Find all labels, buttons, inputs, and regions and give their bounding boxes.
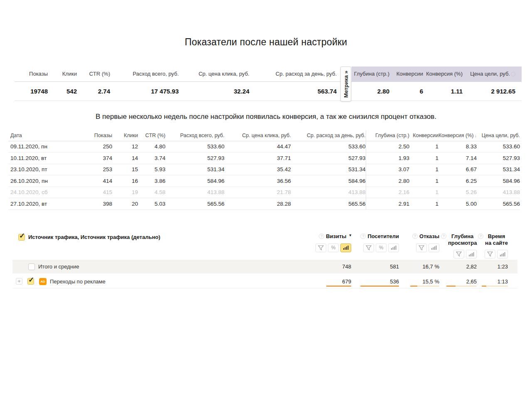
filter-icon[interactable]	[363, 244, 374, 252]
cell: 531.34	[291, 164, 366, 175]
help-question-icon[interactable]: ?	[441, 234, 446, 239]
cell: 565.56	[165, 198, 224, 210]
ads-depth: 2,65	[439, 275, 477, 288]
metrika-tab[interactable]: Метрика »	[340, 66, 351, 101]
histogram-bar	[446, 285, 477, 287]
table-row: 26.10.2020, пн 414 16 3.86 584.96 36.56 …	[8, 175, 520, 187]
cell: 19	[112, 187, 138, 198]
metric-header-visitors[interactable]: ? Посетители	[360, 233, 399, 240]
col-header-avg-cpc[interactable]: Ср. цена клика, руб.	[179, 66, 249, 81]
cell: 37.71	[224, 153, 291, 164]
summary-total-cost-value: 17 475.93	[110, 81, 179, 101]
metric-column-depth: ? Глубина просмотра	[439, 230, 477, 258]
value: 2,65	[466, 278, 477, 285]
cell: 2.50	[366, 141, 409, 153]
cell: 398	[85, 198, 112, 210]
cell-date: 23.10.2020, пт	[8, 164, 85, 175]
col-header-shows[interactable]: Показы	[15, 66, 48, 81]
col-header-avg-cpc[interactable]: Ср. цена клика, руб.	[224, 130, 291, 141]
col-header-ctr[interactable]: CTR (%)	[77, 66, 110, 81]
help-question-icon[interactable]: ?	[412, 234, 418, 239]
summary-shows-value: 19748	[15, 81, 48, 101]
table-row: 23.10.2020, пт 253 15 5.93 531.34 35.42 …	[8, 164, 520, 175]
value: 679	[342, 278, 351, 285]
col-header-conversion-rate[interactable]: Конверсия (%)	[423, 66, 463, 81]
ads-visitors: 536	[351, 275, 399, 288]
col-header-clicks[interactable]: Клики	[48, 66, 77, 81]
col-header-conversions[interactable]: Конверсии	[409, 130, 438, 141]
chart-icon[interactable]	[388, 244, 399, 252]
totals-checkbox[interactable]	[28, 263, 35, 270]
filter-icon[interactable]	[485, 250, 495, 258]
col-header-date[interactable]: Дата	[8, 130, 85, 141]
group-checkbox[interactable]: ✓	[18, 234, 25, 241]
value: 536	[390, 278, 399, 285]
metric-header-visits[interactable]: ? Визиты ▾	[319, 233, 351, 240]
totals-label: Итого и средние	[38, 263, 79, 270]
col-header-avg-daily-cost[interactable]: Ср. расход за день, руб.	[249, 66, 337, 81]
help-question-icon[interactable]: ?	[478, 234, 483, 239]
col-header-goal-cost[interactable]: Цена цели, руб.	[477, 130, 520, 141]
help-question-icon[interactable]: ?	[360, 234, 366, 239]
cell: 4.58	[138, 187, 165, 198]
col-header-depth[interactable]: Глубина (стр.)	[352, 66, 389, 81]
chart-icon[interactable]	[497, 250, 508, 258]
cell: 28.28	[224, 198, 291, 210]
chart-icon[interactable]	[340, 244, 351, 252]
help-question-icon[interactable]: ?	[319, 234, 324, 239]
percent-icon[interactable]: %	[376, 244, 387, 252]
cell: 6.67	[438, 164, 477, 175]
col-header-conversions[interactable]: Конверсии	[389, 66, 423, 81]
metrika-sources-panel: ✓ Источник трафика, Источник трафика (де…	[12, 230, 517, 288]
cell: 36.56	[224, 175, 291, 187]
col-header-goal-cost[interactable]: Цена цели, руб.	[463, 66, 522, 81]
chart-icon[interactable]	[466, 250, 477, 258]
cell: 374	[85, 153, 112, 164]
metric-header-time[interactable]: ? Время на сайте	[478, 233, 508, 246]
summary-avg-cpc-value: 32.24	[179, 81, 249, 101]
col-header-ctr[interactable]: CTR (%)	[138, 130, 165, 141]
cell: 250	[85, 141, 112, 153]
cell: 584.96	[477, 175, 520, 187]
filter-icon[interactable]	[315, 244, 326, 252]
cell: 1	[409, 164, 438, 175]
cell: 35.42	[224, 164, 291, 175]
cell: 413.88	[291, 187, 366, 198]
cell: 15	[112, 164, 138, 175]
row-checkbox[interactable]: ✓	[27, 278, 34, 285]
summary-conversion-rate-value: 1.11	[423, 81, 463, 101]
ads-visits: 679	[311, 275, 351, 288]
value: 1:13	[498, 278, 508, 285]
ads-bounces: 15,5 %	[399, 275, 439, 288]
metric-header-depth[interactable]: ? Глубина просмотра	[441, 233, 477, 246]
cell: 5.00	[438, 198, 477, 210]
group-label: Источник трафика, Источник трафика (дета…	[28, 234, 160, 240]
totals-bounces: 16,7 %	[399, 260, 439, 273]
metric-column-visitors: ? Посетители %	[351, 230, 399, 252]
filter-icon[interactable]	[453, 250, 464, 258]
cell: 527.93	[291, 153, 366, 164]
col-header-clicks[interactable]: Клики	[112, 130, 138, 141]
col-header-avg-daily-cost[interactable]: Ср. расход за день, руб.	[291, 130, 366, 141]
cell: 1	[409, 198, 438, 210]
metric-label: Отказы	[419, 233, 439, 240]
cell: 415	[85, 187, 112, 198]
col-header-total-cost[interactable]: Расход всего, руб.	[110, 66, 179, 81]
col-header-conversion-rate[interactable]: Конверсия (%)↓	[438, 130, 477, 141]
col-header-shows[interactable]: Показы	[85, 130, 112, 141]
metric-label: Визиты	[326, 233, 346, 240]
summary-depth-value: 2.80	[352, 81, 389, 101]
cell: 533.60	[291, 141, 366, 153]
checkmark-icon: ✓	[19, 231, 25, 240]
col-header-total-cost[interactable]: Расход всего, руб.	[165, 130, 224, 141]
percent-icon[interactable]: %	[328, 244, 339, 252]
cell: 16	[112, 175, 138, 187]
metric-header-bounces[interactable]: ? Отказы	[412, 233, 439, 240]
filter-icon[interactable]	[416, 244, 427, 252]
col-header-depth[interactable]: Глубина (стр.)	[366, 130, 409, 141]
chart-icon[interactable]	[429, 244, 439, 252]
cell: 3.74	[138, 153, 165, 164]
expand-plus-button[interactable]: +	[16, 278, 22, 285]
cell-date: 27.10.2020, вт	[8, 198, 85, 210]
cell: 3.07	[366, 164, 409, 175]
